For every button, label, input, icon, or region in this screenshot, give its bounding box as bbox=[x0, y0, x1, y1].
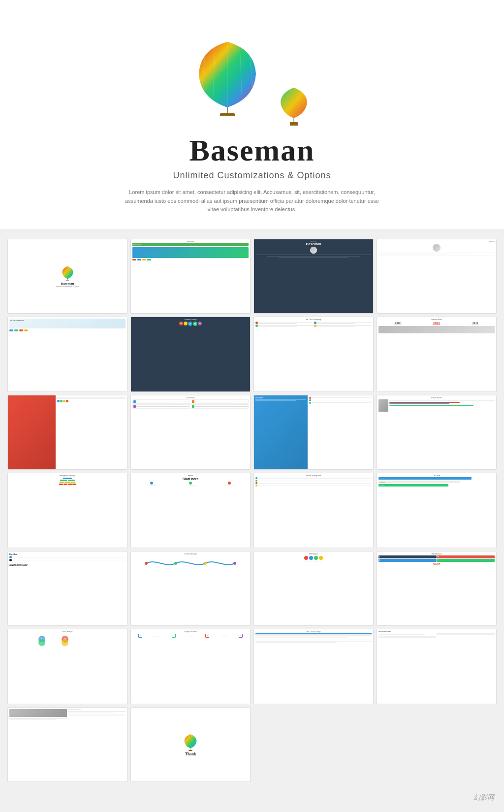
slide-6[interactable]: Company Concept 01 02 03 04 05 bbox=[130, 317, 251, 392]
slide22-title: 4 Ways to Success bbox=[132, 631, 249, 633]
slide3-title: Baseman bbox=[255, 242, 372, 246]
slide-18[interactable]: Company Strategy bbox=[130, 551, 251, 626]
svg-point-13 bbox=[145, 562, 148, 565]
svg-rect-10 bbox=[290, 122, 298, 126]
slide1-sub: Unlimited Customizations & Options bbox=[56, 286, 79, 288]
slide13-title: Management Hierarchy bbox=[9, 475, 126, 477]
slide-5[interactable]: WE ARE UNDERSTAND P L S W bbox=[7, 317, 127, 392]
slide16-title: Call Center bbox=[378, 475, 495, 477]
svg-rect-18 bbox=[189, 750, 192, 751]
slide18-title: Company Strategy bbox=[132, 553, 249, 555]
slide-23[interactable]: One Column Concept bbox=[253, 629, 374, 704]
slide-17[interactable]: Big Idea Successfully bbox=[7, 551, 127, 626]
slide25-title: Two Column Concept bbox=[68, 709, 126, 711]
svg-rect-12 bbox=[66, 280, 69, 281]
slide-24[interactable]: Two Column Concept bbox=[377, 629, 497, 704]
slide-13[interactable]: Management Hierarchy bbox=[7, 473, 127, 548]
slide-21[interactable]: SWOT Analysis S W O T bbox=[7, 629, 127, 704]
slide-20[interactable]: SWOT Analysis S W O T SWOT bbox=[377, 551, 497, 626]
slide-1[interactable]: Baseman Unlimited Customizations & Optio… bbox=[7, 239, 127, 314]
slide2-title: Introduction bbox=[132, 241, 249, 243]
slide6-title: Company Concept bbox=[132, 319, 249, 321]
slide-4[interactable]: About Us bbox=[377, 239, 497, 314]
slide-16[interactable]: Call Center Infographic Presentation Inn… bbox=[377, 473, 497, 548]
slide7-title: We Can Do Everything bbox=[255, 319, 372, 321]
slide26-title: Thank bbox=[185, 752, 196, 756]
slide-19[interactable]: SEO Analysis Photo Survey Quality Web bbox=[253, 551, 374, 626]
slide14-subtitle: Start here bbox=[132, 477, 249, 481]
slide-15[interactable]: Built the Winning Team bbox=[253, 473, 374, 548]
slide-3[interactable]: Welcome Note Baseman bbox=[253, 239, 374, 314]
slide15-title: Built the Winning Team bbox=[255, 475, 372, 477]
balloon-container bbox=[10, 20, 494, 128]
hero-description: Lorem ipsum dolor sit amet, consectetur … bbox=[124, 188, 380, 214]
slide-8[interactable]: Business Model 2012 2013 2015 bbox=[377, 317, 497, 392]
slide2-bar: WHO WE ARE bbox=[133, 244, 142, 245]
slide23-title: One Column Concept bbox=[255, 631, 372, 633]
slide-10[interactable]: Our Services bbox=[130, 395, 251, 470]
slide5-label: WE ARE UNDERSTAND bbox=[10, 320, 24, 321]
slide8-title: Business Model bbox=[378, 319, 495, 321]
slide11-title: Our Vision bbox=[255, 397, 306, 399]
hero-section: Baseman Unlimited Customizations & Optio… bbox=[0, 0, 504, 229]
slide14-title: Agenda bbox=[132, 475, 249, 477]
balloon-small bbox=[279, 86, 309, 123]
slide-2[interactable]: Introduction WHO WE ARE bbox=[130, 239, 251, 314]
slide4-title: About Us bbox=[378, 241, 495, 243]
slide12-title: Feature Mission bbox=[378, 397, 495, 399]
slide19-title: SEO Analysis bbox=[255, 553, 372, 555]
svg-rect-7 bbox=[220, 113, 235, 116]
slide21-title: SWOT Analysis bbox=[9, 631, 126, 633]
hero-subtitle: Unlimited Customizations & Options bbox=[10, 170, 494, 181]
slide3-header: Welcome Note bbox=[255, 241, 372, 242]
slides-grid: Baseman Unlimited Customizations & Optio… bbox=[0, 229, 504, 792]
slide1-title: Baseman bbox=[61, 282, 74, 286]
slide-26[interactable]: Thank bbox=[130, 707, 251, 782]
svg-point-16 bbox=[233, 562, 236, 565]
slide-12[interactable]: Feature Mission bbox=[377, 395, 497, 470]
slide17-title: Big Idea bbox=[9, 553, 126, 555]
slide-7[interactable]: We Can Do Everything bbox=[253, 317, 374, 392]
slide10-title: Our Services bbox=[132, 397, 249, 399]
svg-point-15 bbox=[204, 562, 207, 565]
hero-title: Baseman bbox=[10, 133, 494, 168]
watermark: 幻影网 bbox=[473, 793, 494, 802]
slide-9[interactable] bbox=[7, 395, 127, 470]
slide20-title: SWOT Analysis bbox=[378, 553, 495, 555]
slide-11[interactable]: Our Vision bbox=[253, 395, 374, 470]
slide24-title: Two Column Concept bbox=[378, 631, 436, 632]
balloon-main bbox=[195, 39, 259, 118]
slide-22[interactable]: 4 Ways to Success 1 2 3 4 bbox=[130, 629, 251, 704]
slide-14[interactable]: Agenda Start here bbox=[130, 473, 251, 548]
slide-25[interactable]: Two Column Concept bbox=[7, 707, 127, 782]
svg-point-14 bbox=[174, 562, 177, 565]
slide17-label: Successfully bbox=[9, 563, 126, 566]
